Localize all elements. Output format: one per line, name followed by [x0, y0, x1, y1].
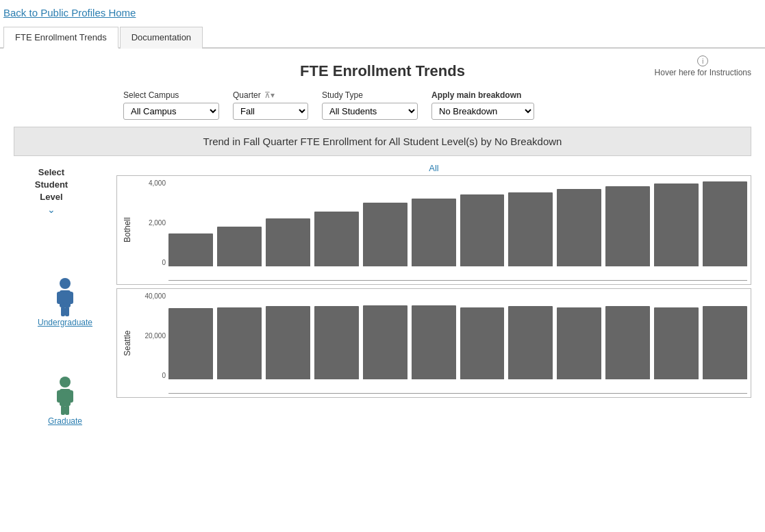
back-link-container: Back to Public Profiles Home — [0, 0, 765, 25]
bar — [217, 227, 262, 266]
controls-row: Select Campus All Campus Bothell Seattle… — [123, 90, 751, 120]
main-content: FTE Enrollment Trends i Hover here for I… — [0, 49, 765, 433]
bar — [266, 218, 310, 266]
graduate-icon[interactable]: Graduate — [48, 375, 82, 426]
chart-area: SelectStudentLevel ⌄ Undergraduate — [14, 160, 751, 426]
charts-container: All Bothell 4,000 2,000 0 — [116, 160, 751, 426]
bar — [363, 305, 407, 379]
y-tick-4000: 4,000 — [149, 179, 166, 187]
tabs-bar: FTE Enrollment Trends Documentation — [0, 25, 765, 49]
page-title: FTE Enrollment Trends — [14, 62, 751, 80]
bar — [703, 306, 747, 379]
quarter-select[interactable]: Fall Winter Spring Summer — [233, 103, 308, 120]
bar — [654, 307, 699, 379]
seattle-bars-group — [168, 292, 747, 379]
bar — [168, 233, 213, 266]
bar — [654, 183, 699, 266]
y-tick-2000: 2,000 — [149, 219, 166, 227]
svg-point-0 — [60, 278, 71, 289]
bar — [412, 305, 456, 379]
bothell-chart-inner: 4,000 2,000 0 — [138, 176, 751, 284]
bar — [217, 307, 262, 379]
seattle-chart-inner: 40,000 20,000 0 — [138, 289, 751, 397]
svg-rect-3 — [66, 292, 73, 304]
svg-rect-5 — [65, 307, 69, 316]
tab-documentation[interactable]: Documentation — [120, 27, 203, 49]
bar — [412, 199, 456, 266]
all-label: All — [116, 163, 751, 173]
svg-rect-2 — [57, 292, 64, 304]
filter-icon[interactable]: ⊼▾ — [264, 90, 275, 100]
y-tick-0-s: 0 — [162, 372, 166, 379]
bothell-y-ticks: 4,000 2,000 0 — [138, 179, 168, 266]
bar — [508, 306, 553, 379]
bar — [557, 307, 601, 379]
breakdown-group: Apply main breakdown No Breakdown Gender… — [431, 90, 534, 120]
bar — [314, 306, 359, 379]
chevron-down-icon[interactable]: ⌄ — [47, 204, 55, 215]
seattle-x-axis — [168, 393, 747, 394]
quarter-group: Quarter ⊼▾ Fall Winter Spring Summer — [233, 90, 308, 120]
bar — [460, 194, 505, 266]
svg-rect-4 — [61, 307, 65, 316]
bothell-chart: Bothell 4,000 2,000 0 — [116, 175, 751, 285]
seattle-axis-label: Seattle — [117, 289, 138, 397]
hover-instructions-text: Hover here for Instructions — [655, 68, 751, 77]
bar — [460, 307, 505, 379]
study-type-label: Study Type — [322, 90, 418, 100]
quarter-label: Quarter — [233, 90, 261, 100]
hover-instructions[interactable]: i Hover here for Instructions — [655, 55, 751, 77]
study-type-group: Study Type All Students Day Evening Onli… — [322, 90, 418, 120]
y-tick-20000: 20,000 — [145, 332, 166, 340]
undergraduate-icon[interactable]: Undergraduate — [38, 277, 92, 327]
left-panel: SelectStudentLevel ⌄ Undergraduate — [14, 160, 116, 426]
bar — [508, 192, 553, 266]
campus-label: Select Campus — [123, 90, 219, 100]
bothell-bars-area: 4,000 2,000 0 — [138, 179, 747, 280]
study-type-select[interactable]: All Students Day Evening Online — [322, 103, 418, 120]
svg-rect-11 — [65, 405, 69, 415]
graduate-label: Graduate — [48, 416, 82, 426]
svg-rect-10 — [61, 405, 65, 415]
svg-rect-9 — [66, 390, 73, 403]
tab-fte[interactable]: FTE Enrollment Trends — [3, 27, 118, 49]
svg-point-6 — [60, 377, 71, 388]
bar — [266, 306, 310, 379]
bar — [168, 308, 213, 379]
campus-select[interactable]: All Campus Bothell Seattle Tacoma — [123, 103, 219, 120]
back-to-home-link[interactable]: Back to Public Profiles Home — [3, 7, 136, 18]
undergraduate-label: Undergraduate — [38, 318, 92, 327]
select-student-level: SelectStudentLevel — [35, 166, 68, 204]
bar — [363, 203, 407, 266]
svg-rect-8 — [57, 390, 64, 403]
bar — [605, 306, 650, 379]
breakdown-label: Apply main breakdown — [431, 90, 534, 100]
seattle-bars-area: 40,000 20,000 0 — [138, 292, 747, 393]
seattle-chart: Seattle 40,000 20,000 0 — [116, 288, 751, 398]
seattle-y-ticks: 40,000 20,000 0 — [138, 292, 168, 379]
breakdown-select[interactable]: No Breakdown Gender Age Group Race/Ethni… — [431, 103, 534, 120]
bar — [314, 212, 359, 266]
bothell-bars-group — [168, 179, 747, 266]
bar — [703, 181, 747, 266]
campus-group: Select Campus All Campus Bothell Seattle… — [123, 90, 219, 120]
y-tick-0-b: 0 — [162, 259, 166, 266]
bothell-x-axis — [168, 280, 747, 281]
chart-title-bar: Trend in Fall Quarter FTE Enrollment for… — [14, 127, 751, 156]
info-icon: i — [697, 55, 708, 66]
bar — [557, 189, 601, 266]
bar — [605, 186, 650, 266]
bothell-axis-label: Bothell — [117, 176, 138, 284]
y-tick-40000: 40,000 — [145, 292, 166, 300]
